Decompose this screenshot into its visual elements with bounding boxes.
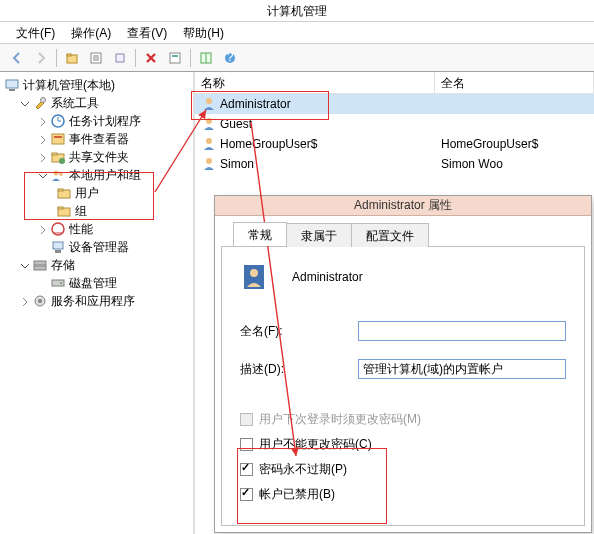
dialog-title: Administrator 属性 xyxy=(215,196,591,216)
folder-icon xyxy=(56,185,72,201)
checkbox-disabled[interactable]: 帐户已禁用(B) xyxy=(240,486,566,503)
tree-devicemgr[interactable]: 设备管理器 xyxy=(2,238,191,256)
disk-icon xyxy=(50,275,66,291)
tree-storage[interactable]: 存储 xyxy=(2,256,191,274)
tree-label: 系统工具 xyxy=(51,95,99,112)
tree-label: 事件查看器 xyxy=(69,131,129,148)
tree-sharedfolders[interactable]: 共享文件夹 xyxy=(2,148,191,166)
checkbox-never-expire[interactable]: 密码永不过期(P) xyxy=(240,461,566,478)
svg-rect-33 xyxy=(52,280,64,286)
refresh-button[interactable] xyxy=(164,47,186,69)
desc-label: 描述(D): xyxy=(240,361,358,378)
toolbar-separator xyxy=(56,49,57,67)
tree-label: 本地用户和组 xyxy=(69,167,141,184)
up-button[interactable] xyxy=(61,47,83,69)
desc-input[interactable] xyxy=(358,359,566,379)
svg-point-36 xyxy=(38,299,42,303)
collapse-icon xyxy=(20,98,30,108)
window-title: 计算机管理 xyxy=(0,0,594,22)
help-button[interactable]: ? xyxy=(219,47,241,69)
svg-rect-30 xyxy=(55,250,61,253)
svg-point-37 xyxy=(206,98,212,104)
export-button[interactable] xyxy=(109,47,131,69)
sharedfolder-icon xyxy=(50,149,66,165)
users-icon xyxy=(50,167,66,183)
tree-label: 性能 xyxy=(69,221,93,238)
tree-panel: 计算机管理(本地) 系统工具 任务计划程序 事件查看器 共享文件夹 本地用户和组 xyxy=(0,72,195,534)
forward-button[interactable] xyxy=(30,47,52,69)
svg-rect-16 xyxy=(52,134,64,144)
menu-help[interactable]: 帮助(H) xyxy=(175,22,232,43)
cell-text: Simon Woo xyxy=(435,157,594,171)
user-large-icon xyxy=(240,261,272,293)
tree-root[interactable]: 计算机管理(本地) xyxy=(2,76,191,94)
tab-content: Administrator 全名(F): 描述(D): 用户下次登录时须更改密码… xyxy=(221,246,585,526)
checkbox-label: 密码永不过期(P) xyxy=(259,461,347,478)
performance-icon xyxy=(50,221,66,237)
expand-icon xyxy=(20,296,30,306)
services-icon xyxy=(32,293,48,309)
tree-label: 服务和应用程序 xyxy=(51,293,135,310)
properties-button[interactable] xyxy=(85,47,107,69)
checkbox-must-change: 用户下次登录时须更改密码(M) xyxy=(240,411,566,428)
svg-rect-24 xyxy=(58,189,63,191)
expand-icon xyxy=(38,116,48,126)
tree-services[interactable]: 服务和应用程序 xyxy=(2,292,191,310)
list-row-administrator[interactable]: Administrator xyxy=(195,94,594,114)
column-fullname[interactable]: 全名 xyxy=(435,72,594,93)
expand-icon xyxy=(38,224,48,234)
svg-rect-7 xyxy=(170,53,180,63)
checkbox-icon xyxy=(240,463,253,476)
menu-bar: 文件(F) 操作(A) 查看(V) 帮助(H) xyxy=(0,22,594,44)
menu-view[interactable]: 查看(V) xyxy=(119,22,175,43)
svg-rect-17 xyxy=(54,136,62,138)
checkbox-icon xyxy=(240,438,253,451)
cell-text: Administrator xyxy=(220,97,291,111)
list-row-homegroupuser[interactable]: HomeGroupUser$ HomeGroupUser$ xyxy=(195,134,594,154)
tree-diskmgmt[interactable]: 磁盘管理 xyxy=(2,274,191,292)
menu-file[interactable]: 文件(F) xyxy=(8,22,63,43)
fullname-label: 全名(F): xyxy=(240,323,358,340)
svg-point-42 xyxy=(250,269,258,277)
tree-label: 任务计划程序 xyxy=(69,113,141,130)
tab-profile[interactable]: 配置文件 xyxy=(351,223,429,247)
menu-action[interactable]: 操作(A) xyxy=(63,22,119,43)
tree-groups[interactable]: 组 xyxy=(2,202,191,220)
column-name[interactable]: 名称 xyxy=(195,72,435,93)
checkbox-cannot-change[interactable]: 用户不能更改密码(C) xyxy=(240,436,566,453)
checkbox-label: 用户不能更改密码(C) xyxy=(259,436,372,453)
fullname-input[interactable] xyxy=(358,321,566,341)
svg-rect-26 xyxy=(58,207,63,209)
delete-button[interactable] xyxy=(140,47,162,69)
tree-systools[interactable]: 系统工具 xyxy=(2,94,191,112)
dialog-username: Administrator xyxy=(292,270,363,284)
svg-point-21 xyxy=(54,171,59,176)
tree-label: 计算机管理(本地) xyxy=(23,77,115,94)
svg-point-40 xyxy=(206,158,212,164)
checkbox-icon xyxy=(240,413,253,426)
event-icon xyxy=(50,131,66,147)
svg-point-39 xyxy=(206,138,212,144)
collapse-icon xyxy=(20,260,30,270)
list-row-guest[interactable]: Guest xyxy=(195,114,594,134)
checkbox-label: 帐户已禁用(B) xyxy=(259,486,335,503)
list-row-simon[interactable]: Simon Simon Woo xyxy=(195,154,594,174)
toolbar-separator xyxy=(190,49,191,67)
tree-performance[interactable]: 性能 xyxy=(2,220,191,238)
tree-taskscheduler[interactable]: 任务计划程序 xyxy=(2,112,191,130)
back-button[interactable] xyxy=(6,47,28,69)
tree-localusersgroups[interactable]: 本地用户和组 xyxy=(2,166,191,184)
tab-memberof[interactable]: 隶属于 xyxy=(286,223,352,247)
cell-text: HomeGroupUser$ xyxy=(435,137,594,151)
checkbox-label: 用户下次登录时须更改密码(M) xyxy=(259,411,421,428)
svg-point-34 xyxy=(60,282,62,284)
tab-general[interactable]: 常规 xyxy=(233,222,287,246)
tree-eventviewer[interactable]: 事件查看器 xyxy=(2,130,191,148)
expand-icon xyxy=(38,152,48,162)
svg-text:?: ? xyxy=(227,51,234,64)
svg-rect-31 xyxy=(34,261,46,265)
cell-text: Guest xyxy=(220,117,252,131)
toolbar-button-a[interactable] xyxy=(195,47,217,69)
tree-users[interactable]: 用户 xyxy=(2,184,191,202)
svg-point-14 xyxy=(41,98,46,103)
